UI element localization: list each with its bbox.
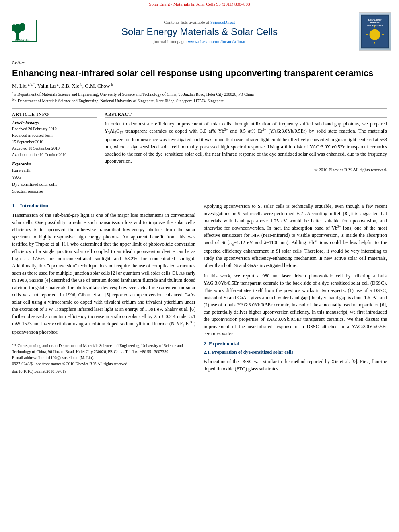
keyword-3: Dye-sensitized solar cells <box>12 181 97 188</box>
author-gm-chow: G.M. Chow <box>85 83 110 89</box>
authors-line: M. Liu a,b,*, Yalin Lu a, Z.B. Xie b, G.… <box>12 82 387 89</box>
homepage-url[interactable]: www.elsevier.com/locate/solmat <box>188 39 245 44</box>
experimental-heading: 2. Experimental <box>204 341 387 347</box>
svg-point-11 <box>370 29 380 40</box>
journal-citation: Solar Energy Materials & Solar Cells 95 … <box>149 2 250 6</box>
copyright-line: © 2010 Elsevier B.V. All rights reserved… <box>105 167 387 172</box>
info-abstract-section: ARTICLE INFO Article history: Received 2… <box>12 112 387 195</box>
author-zb-xie: Z.B. Xie <box>61 83 79 89</box>
footnote-email: E-mail address: liumin1106@ustc.edu.cn (… <box>12 355 195 361</box>
keyword-2: YAG <box>12 174 97 181</box>
cover-svg: Solar Energy Materials and Solar Cells <box>361 13 389 50</box>
contents-line: Contents lists available at ScienceDirec… <box>56 20 343 25</box>
abstract-panel: ABSTRACT In order to demonstrate efficie… <box>105 112 387 195</box>
word-would: would <box>289 218 301 224</box>
svg-text:Solar Energy: Solar Energy <box>368 18 381 21</box>
keyword-4: Spectral response <box>12 188 97 195</box>
accepted-date: Accepted 18 September 2010 <box>12 145 97 152</box>
footnote-rights: 0927-0248/$ - see front matter © 2010 El… <box>12 361 195 367</box>
received-date: Received 26 February 2010 <box>12 126 97 132</box>
abstract-text: In order to demonstrate efficiency impro… <box>105 120 387 165</box>
journal-cover-image: Solar Energy Materials and Solar Cells <box>359 12 391 51</box>
author-yalin-lu: Yalin Lu <box>37 83 56 89</box>
prep-subheading: 2.1. Preparation of dye-sensitized solar… <box>204 349 387 355</box>
affiliation-b: b b Department of Materials Science and … <box>12 97 387 104</box>
section-number: 1. <box>12 203 16 209</box>
top-banner: Solar Energy Materials & Solar Cells 95 … <box>0 0 399 8</box>
journal-header: ELSEVIER Contents lists available at Sci… <box>0 8 399 55</box>
elsevier-logo-svg: ELSEVIER <box>12 20 52 44</box>
revised-date: 15 September 2010 <box>12 139 97 145</box>
journal-cover: Solar Energy Materials and Solar Cells <box>343 12 391 51</box>
article-dates: Received 26 February 2010 Received in re… <box>12 126 97 158</box>
svg-text:Materials: Materials <box>370 21 379 24</box>
article-title: Enhancing near-infrared solar cell respo… <box>12 68 387 79</box>
homepage-line: journal homepage: www.elsevier.com/locat… <box>56 39 343 44</box>
keywords-list: Rare earth YAG Dye-sensitized solar cell… <box>12 167 97 195</box>
main-content: Letter Enhancing near-infrared solar cel… <box>0 55 399 384</box>
keywords-label: Keywords: <box>12 161 97 166</box>
body-section: 1. Introduction Transmission of the sub-… <box>12 203 387 376</box>
footnote-doi: doi:10.1016/j.solmat.2010.09.018 <box>12 368 195 374</box>
article-info-panel: ARTICLE INFO Article history: Received 2… <box>12 112 97 195</box>
science-direct-link[interactable]: ScienceDirect <box>210 20 235 25</box>
svg-text:ELSEVIER: ELSEVIER <box>15 38 30 41</box>
author-m-liu: M. Liu <box>12 83 27 89</box>
author-affiliations-a-b-star: a,b,* <box>28 82 35 86</box>
author-affil-b1: b <box>80 82 82 86</box>
footnote-section: * * Corresponding author at: Department … <box>12 340 195 374</box>
experimental-text: Fabrication of the DSSC was similar to t… <box>204 358 387 372</box>
section-divider <box>12 108 387 109</box>
abstract-heading: ABSTRACT <box>105 112 387 118</box>
body-left-col: 1. Introduction Transmission of the sub-… <box>12 203 195 376</box>
footnote-corresponding: * * Corresponding author at: Department … <box>12 343 195 355</box>
body-right-col: Applying upconversion to Si solar cells … <box>204 203 387 376</box>
introduction-heading: 1. Introduction <box>12 203 195 209</box>
right-intro-para2: In this work, we report a 980 nm laser d… <box>204 272 387 337</box>
article-info-heading: ARTICLE INFO <box>12 112 97 118</box>
body-divider <box>12 199 387 199</box>
author-affil-a: a <box>57 82 58 86</box>
article-type: Letter <box>12 60 387 66</box>
affiliation-a: a a Department of Materials Science and … <box>12 91 387 97</box>
available-date: Available online 16 October 2010 <box>12 152 97 158</box>
article-history-label: Article history: <box>12 120 97 125</box>
elsevier-logo-area: ELSEVIER <box>8 20 56 44</box>
received-revised-label: Received in revised form <box>12 132 97 139</box>
svg-point-2 <box>19 23 25 31</box>
right-intro-para1: Applying upconversion to Si solar cells … <box>204 203 387 269</box>
header-center: Contents lists available at ScienceDirec… <box>56 20 343 44</box>
introduction-text: Transmission of the sub-band-gap light i… <box>12 212 195 336</box>
affiliations: a a Department of Materials Science and … <box>12 91 387 104</box>
journal-title: Solar Energy Materials & Solar Cells <box>56 26 343 37</box>
author-affil-b2: b <box>111 82 113 86</box>
keyword-1: Rare earth <box>12 167 97 174</box>
